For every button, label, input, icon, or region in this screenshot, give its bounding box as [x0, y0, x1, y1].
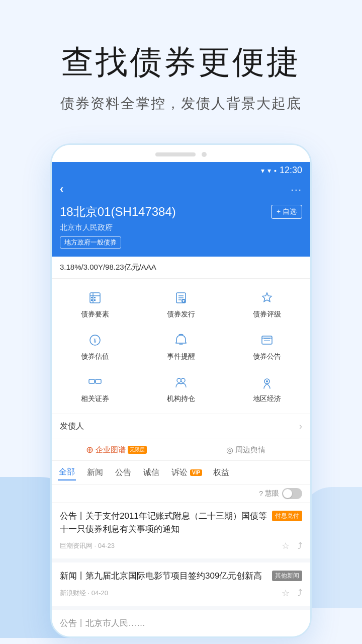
hero-subtitle: 债券资料全掌控，发债人背景大起底 [30, 94, 332, 113]
feature-label-bond-issue: 债券发行 [167, 310, 195, 319]
event-reminder-icon [172, 331, 190, 349]
bond-announcement-icon [258, 331, 276, 349]
news-title-row-2: 新闻丨第九届北京国际电影节项目签约309亿元创新高 其他新闻 [60, 570, 302, 583]
svg-marker-14 [262, 293, 272, 302]
related-securities-icon [86, 373, 104, 391]
toggle-knob [283, 489, 292, 498]
svg-text:¥: ¥ [94, 337, 97, 344]
bond-issue-icon [172, 289, 190, 307]
filter-tab-lawsuit-wrapper[interactable]: 诉讼 VIP [170, 465, 202, 480]
feature-label-bond-announcement: 债券公告 [253, 352, 281, 361]
feature-bond-valuation[interactable]: ¥ 债券估值 [52, 325, 138, 367]
news-actions-1: ☆ ⤴ [282, 540, 302, 551]
signal-icon: ▾ [267, 167, 271, 175]
news-meta-1: 巨潮资讯网 · 04-23 ☆ ⤴ [60, 540, 302, 551]
phone-mockup: ▾ ▾ ▪ 12:30 ‹ ··· 18北京01(SH147384) + 自选 … [50, 143, 312, 638]
phone-camera [202, 152, 207, 157]
feature-related-securities[interactable]: 相关证券 [52, 367, 138, 410]
hui-eye-toggle[interactable] [282, 488, 302, 499]
share-icon-1[interactable]: ⤴ [298, 541, 302, 551]
back-button[interactable]: ‹ [60, 183, 63, 196]
feature-bond-rating[interactable]: 债券评级 [224, 283, 310, 325]
news-actions-2: ☆ ⤴ [282, 588, 302, 599]
news-item-partial: 公告丨北京市人民…… [52, 610, 310, 637]
news-source-1: 巨潮资讯网 · 04-23 [60, 541, 115, 550]
vip-badge: VIP [190, 469, 202, 476]
svg-rect-22 [89, 379, 95, 383]
no-limit-badge: 无限层 [128, 446, 147, 454]
issuer-row[interactable]: 发债人 › [52, 414, 310, 439]
feature-institution-holding[interactable]: 机构持仓 [138, 367, 224, 410]
star-icon-2[interactable]: ☆ [282, 588, 290, 599]
svg-rect-5 [91, 299, 93, 301]
bond-valuation-icon: ¥ [86, 331, 104, 349]
question-mark-icon[interactable]: ? [259, 490, 263, 498]
news-title-partial: 公告丨北京市人民…… [60, 618, 145, 628]
phone-speaker [155, 152, 196, 156]
news-title-row-1: 公告丨关于支付2011年记账式附息（二十三期）国债等十一只债券利息有关事项的通知… [60, 510, 302, 535]
feature-bond-issue[interactable]: 债券发行 [138, 283, 224, 325]
hui-eye-row: ? 慧眼 [52, 485, 310, 503]
hero-title: 查找债券更便捷 [30, 40, 332, 84]
news-badge-2: 其他新闻 [272, 571, 302, 581]
sub-tab-sentiment[interactable]: ◎ 周边舆情 [181, 439, 310, 460]
sub-tab-sentiment-label: 周边舆情 [235, 445, 265, 455]
filter-tab-rights[interactable]: 权益 [212, 465, 230, 480]
feature-regional-economy[interactable]: 地区经济 [224, 367, 310, 410]
news-item-2[interactable]: 新闻丨第九届北京国际电影节项目签约309亿元创新高 其他新闻 新浪财经 · 04… [52, 562, 310, 610]
bond-element-icon [86, 289, 104, 307]
issuer-label: 发债人 [60, 421, 84, 432]
sub-tabs: ⊕ 企业图谱 无限层 ◎ 周边舆情 [52, 439, 310, 461]
bond-rating-icon [258, 289, 276, 307]
graph-icon: ⊕ [86, 444, 94, 455]
sub-tab-enterprise-label: 企业图谱 [96, 445, 126, 455]
battery-icon: ▪ [274, 167, 277, 175]
feature-event-reminder[interactable]: 事件提醒 [138, 325, 224, 367]
regional-economy-icon [258, 373, 276, 391]
feature-label-related-securities: 相关证券 [81, 394, 109, 404]
filter-tab-lawsuit: 诉讼 [170, 465, 189, 480]
feature-grid: 债券要素 债券发行 [52, 279, 310, 414]
hui-eye-label: ? 慧眼 [259, 489, 279, 498]
phone-mockup-container: ▾ ▾ ▪ 12:30 ‹ ··· 18北京01(SH147384) + 自选 … [0, 133, 362, 638]
filter-tab-credit[interactable]: 诚信 [142, 465, 160, 480]
bond-stats: 3.18%/3.00Y/98.23亿元/AAA [52, 257, 310, 279]
chevron-right-icon: › [299, 421, 302, 432]
nav-bar: ‹ ··· [52, 179, 310, 202]
news-filter-tabs: 全部 新闻 公告 诚信 诉讼 VIP 权益 [52, 461, 310, 485]
news-item-1[interactable]: 公告丨关于支付2011年记账式附息（二十三期）国债等十一只债券利息有关事项的通知… [52, 503, 310, 562]
more-button[interactable]: ··· [291, 184, 302, 195]
filter-tab-announcement[interactable]: 公告 [114, 465, 132, 480]
bond-issuer: 北京市人民政府 [60, 223, 302, 232]
news-title-1: 公告丨关于支付2011年记账式附息（二十三期）国债等十一只债券利息有关事项的通知 [60, 510, 268, 535]
svg-point-25 [177, 378, 181, 382]
bond-title: 18北京01(SH147384) [60, 204, 176, 220]
add-watchlist-button[interactable]: + 自选 [271, 205, 302, 219]
filter-tab-news[interactable]: 新闻 [86, 465, 104, 480]
feature-label-bond-rating: 债券评级 [253, 310, 281, 319]
hero-section: 查找债券更便捷 债券资料全掌控，发债人背景大起底 [0, 0, 362, 133]
feature-bond-announcement[interactable]: 债券公告 [224, 325, 310, 367]
svg-rect-23 [96, 379, 101, 383]
news-source-2: 新浪财经 · 04-20 [60, 589, 108, 598]
filter-tab-all[interactable]: 全部 [58, 465, 76, 480]
feature-label-event-reminder: 事件提醒 [167, 352, 195, 361]
institution-holding-icon [172, 373, 190, 391]
feature-label-bond-valuation: 债券估值 [81, 352, 109, 361]
feature-label-institution-holding: 机构持仓 [167, 394, 195, 404]
star-icon-1[interactable]: ☆ [282, 540, 290, 551]
sentiment-icon: ◎ [226, 445, 233, 455]
news-title-2: 新闻丨第九届北京国际电影节项目签约309亿元创新高 [60, 570, 268, 583]
news-badge-1: 付息兑付 [272, 511, 302, 521]
share-icon-2[interactable]: ⤴ [298, 588, 302, 598]
news-meta-2: 新浪财经 · 04-20 ☆ ⤴ [60, 588, 302, 599]
sub-tab-enterprise-graph[interactable]: ⊕ 企业图谱 无限层 [52, 439, 181, 460]
feature-bond-element[interactable]: 债券要素 [52, 283, 138, 325]
bond-tag: 地方政府一般债券 [60, 236, 121, 249]
wifi-icon: ▾ [261, 167, 264, 175]
feature-label-bond-element: 债券要素 [81, 310, 109, 319]
phone-top-bar [52, 145, 310, 162]
svg-point-26 [181, 378, 185, 382]
bond-header: 18北京01(SH147384) + 自选 北京市人民政府 地方政府一般债券 [52, 202, 310, 257]
feature-label-regional-economy: 地区经济 [253, 394, 281, 404]
